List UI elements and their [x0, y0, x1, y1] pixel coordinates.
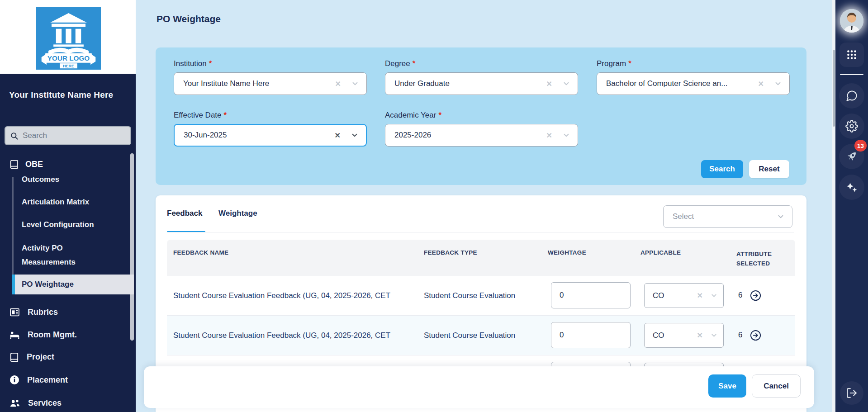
sidebar-item-activity-po-measurements[interactable]: Activity PO Measurements [22, 241, 108, 269]
filter-panel: Institution* Your Institute Name Here ✕ … [156, 47, 806, 185]
tabs-separator [167, 232, 794, 232]
required-mark: * [209, 59, 212, 68]
active-item-indicator [12, 275, 15, 294]
settings-button[interactable] [839, 114, 864, 139]
column-applicable: APPLICABLE [640, 249, 681, 256]
attributes-selected-count: 6 [738, 331, 742, 340]
sidebar-group-label: OBE [25, 160, 43, 169]
left-sidebar: YOUR LOGO HERE Your Institute Name Here … [0, 0, 136, 412]
effective-date-field: Effective Date* 30-Jun-2025 ✕ [174, 111, 367, 147]
required-mark: * [224, 111, 227, 119]
table-row: Student Course Evaluation Feedback (UG, … [167, 276, 795, 316]
sidebar-item-level-configuration[interactable]: Level Configuration [22, 220, 94, 229]
column-attribute-selected: ATTRIBUTE SELECTED [736, 249, 787, 268]
chevron-down-icon [351, 131, 359, 139]
page-scrollbar [832, 0, 835, 412]
search-button[interactable]: Search [701, 160, 743, 178]
clear-icon[interactable]: ✕ [335, 80, 341, 88]
sidebar-scrollbar[interactable] [130, 153, 134, 341]
sidebar-item-services[interactable]: Services [9, 397, 62, 409]
degree-field: Degree* Under Graduate ✕ [385, 59, 578, 95]
book-icon [9, 159, 19, 169]
rubrics-icon [9, 307, 20, 318]
search-input[interactable] [23, 131, 126, 140]
degree-select[interactable]: Under Graduate ✕ [385, 72, 578, 95]
column-feedback-type: FEEDBACK TYPE [424, 249, 477, 256]
logo-text-line1: YOUR LOGO [47, 54, 90, 62]
logout-icon [846, 387, 858, 399]
sidebar-item-articulation-matrix[interactable]: Articulation Matrix [22, 198, 89, 207]
search-icon [10, 132, 19, 140]
page-title: PO Weightage [157, 14, 221, 24]
chevron-down-icon [710, 331, 718, 339]
table-row: Student Course Evaluation Feedback (UG, … [167, 316, 795, 355]
apps-grid-button[interactable] [840, 43, 864, 67]
chat-button[interactable] [839, 83, 864, 109]
avatar[interactable] [840, 9, 863, 33]
clear-icon[interactable]: ✕ [697, 331, 703, 340]
sidebar-search[interactable] [5, 126, 131, 145]
effective-date-select[interactable]: 30-Jun-2025 ✕ [174, 124, 367, 147]
table-header: FEEDBACK NAME FEEDBACK TYPE WEIGHTAGE AP… [167, 240, 795, 276]
column-feedback-name: FEEDBACK NAME [173, 249, 228, 256]
institution-select[interactable]: Your Institute Name Here ✕ [174, 72, 367, 95]
table-filter-select[interactable]: Select [663, 205, 792, 228]
clear-icon[interactable]: ✕ [546, 131, 552, 140]
ai-assist-button[interactable] [839, 175, 864, 200]
sparkles-icon [845, 181, 858, 194]
institute-name-bar: Your Institute Name Here [0, 74, 136, 116]
clear-icon[interactable]: ✕ [697, 291, 703, 300]
sidebar-item-room-mgmt[interactable]: Room Mgmt. [9, 329, 77, 341]
program-label: Program* [597, 59, 790, 68]
page-scrollbar-thumb[interactable] [833, 50, 835, 127]
applicable-select[interactable]: CO ✕ [644, 283, 724, 308]
sidebar-item-project[interactable]: Project [9, 352, 54, 362]
rocket-icon [845, 150, 859, 163]
whats-new-button[interactable]: 13 [839, 144, 864, 169]
chevron-down-icon [777, 213, 785, 221]
sidebar-item-rubrics[interactable]: Rubrics [9, 307, 58, 318]
notification-badge: 13 [854, 140, 867, 152]
logo-area: YOUR LOGO HERE [0, 0, 136, 74]
save-button[interactable]: Save [708, 374, 746, 398]
degree-label: Degree* [385, 59, 578, 68]
sidebar-group-obe[interactable]: OBE [9, 159, 43, 169]
bed-icon [9, 329, 20, 341]
required-mark: * [438, 111, 441, 119]
reset-button[interactable]: Reset [749, 160, 789, 178]
required-mark: * [413, 59, 416, 68]
clear-icon[interactable]: ✕ [758, 80, 764, 88]
effective-date-label: Effective Date* [174, 111, 367, 120]
weightage-input[interactable] [551, 282, 631, 308]
main-content: PO Weightage Institution* Your Institute… [136, 0, 833, 412]
right-icon-bar: 13 [835, 0, 868, 412]
institution-field: Institution* Your Institute Name Here ✕ [174, 59, 367, 95]
institution-label: Institution* [174, 59, 367, 68]
arrow-right-circle-icon[interactable] [749, 329, 762, 343]
column-weightage: WEIGHTAGE [548, 249, 586, 256]
applicable-select[interactable]: CO ✕ [644, 323, 724, 348]
weightage-input[interactable] [551, 322, 631, 348]
chevron-down-icon [351, 80, 359, 88]
sidebar-item-placement[interactable]: Placement [9, 374, 68, 385]
logout-button[interactable] [840, 381, 863, 405]
institute-logo: YOUR LOGO HERE [36, 7, 101, 70]
program-select[interactable]: Bachelor of Computer Science an... ✕ [597, 72, 790, 95]
clear-icon[interactable]: ✕ [335, 131, 341, 140]
sidebar-item-outcomes[interactable]: Outcomes [22, 175, 59, 184]
chevron-down-icon [774, 80, 782, 88]
academic-year-select[interactable]: 2025-2026 ✕ [385, 124, 578, 147]
institute-logo-graphic: YOUR LOGO HERE [36, 7, 101, 70]
academic-year-label: Academic Year* [385, 111, 578, 120]
feedback-type-cell: Student Course Evaluation [424, 291, 515, 300]
arrow-right-circle-icon[interactable] [749, 289, 762, 303]
cancel-button[interactable]: Cancel [752, 374, 801, 398]
tab-weightage[interactable]: Weightage [218, 209, 257, 218]
clear-icon[interactable]: ✕ [546, 80, 552, 88]
action-footer-bar: Save Cancel [144, 366, 814, 408]
attributes-selected-count: 6 [738, 291, 742, 300]
rightbar-divider [840, 74, 863, 75]
gear-icon [845, 120, 858, 133]
sidebar-item-po-weightage[interactable]: PO Weightage [13, 275, 134, 294]
tab-feedback[interactable]: Feedback [167, 209, 202, 218]
